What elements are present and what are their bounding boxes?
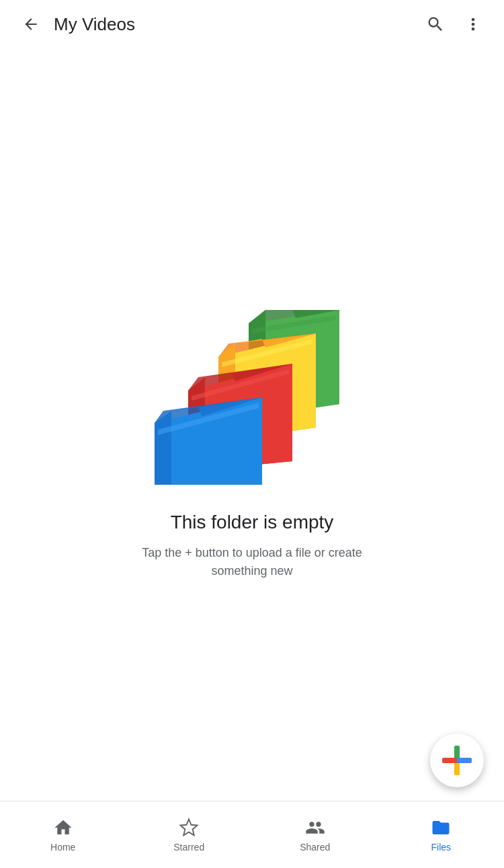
page-title: My Videos [54,14,421,35]
back-button[interactable] [16,9,46,39]
nav-item-starred[interactable]: Starred [126,811,253,853]
home-icon [53,818,73,838]
nav-label-files: Files [431,842,451,853]
empty-folder-illustration [131,270,373,485]
nav-item-home[interactable]: Home [0,811,126,853]
files-icon [431,818,451,838]
nav-label-shared: Shared [300,842,330,853]
nav-item-files[interactable]: Files [378,811,505,853]
more-options-icon [464,15,482,34]
starred-icon [179,818,199,838]
bottom-navigation: Home Starred Shared Files [0,801,504,868]
header-actions [421,9,488,39]
back-icon [22,15,40,33]
nav-label-home: Home [50,842,75,853]
nav-item-shared[interactable]: Shared [252,811,378,853]
empty-state-subtitle: Tap the + button to upload a file or cre… [124,544,380,580]
search-button[interactable] [421,9,450,39]
fab-plus-icon [442,746,472,775]
plus-horizontal [442,758,472,763]
more-options-button[interactable] [458,9,488,39]
empty-state-title: This folder is empty [171,512,334,533]
main-content: This folder is empty Tap the + button to… [0,48,504,801]
nav-label-starred: Starred [173,842,204,853]
search-icon [426,15,445,34]
app-header: My Videos [0,0,504,48]
fab-button[interactable] [430,734,484,787]
folder-svg [131,270,373,485]
shared-icon [305,818,325,838]
